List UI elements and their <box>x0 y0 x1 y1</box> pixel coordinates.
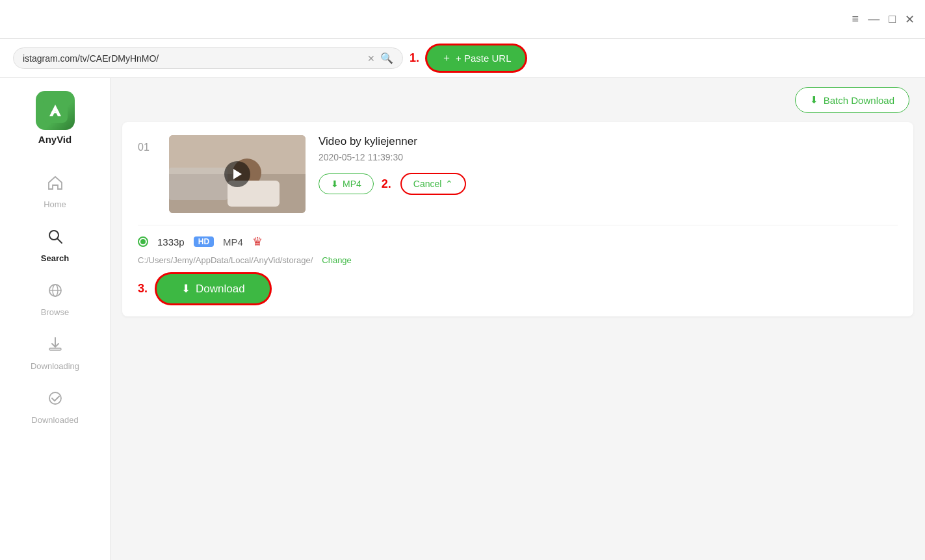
batch-bar: ⬇ Batch Download <box>111 78 925 122</box>
url-input-wrap[interactable]: ✕ 🔍 <box>13 47 403 69</box>
batch-download-label: Batch Download <box>824 95 894 106</box>
batch-download-button[interactable]: ⬇ Batch Download <box>795 87 909 113</box>
menu-icon[interactable]: ≡ <box>852 12 859 26</box>
video-thumbnail[interactable] <box>169 135 306 213</box>
window-controls[interactable]: ≡ — □ ✕ <box>852 12 915 27</box>
svg-line-2 <box>57 238 62 243</box>
change-path-link[interactable]: Change <box>322 255 352 265</box>
svg-rect-10 <box>169 168 228 200</box>
cancel-label: Cancel <box>413 179 442 189</box>
url-search-icon: 🔍 <box>380 52 393 64</box>
sidebar-item-downloading-label: Downloading <box>31 361 79 371</box>
step2-label: 2. <box>382 177 391 191</box>
svg-point-7 <box>49 392 61 404</box>
paste-url-icon: ＋ <box>441 51 452 65</box>
logo-area: AnyVid <box>36 91 75 145</box>
crown-icon: ♛ <box>252 235 263 249</box>
content-area: ⬇ Batch Download 01 <box>111 78 925 560</box>
main-layout: AnyVid Home Search <box>0 78 925 560</box>
home-icon <box>46 173 64 196</box>
download-btn-wrap: 3. ⬇ Download <box>138 274 898 303</box>
sidebar-item-home-label: Home <box>44 199 66 209</box>
batch-download-icon: ⬇ <box>810 94 818 106</box>
search-icon <box>46 227 64 250</box>
app-logo <box>36 91 75 130</box>
sidebar-item-home[interactable]: Home <box>0 164 110 218</box>
video-number: 01 <box>138 142 156 153</box>
paste-url-label: + Paste URL <box>456 53 511 64</box>
format-label: MP4 <box>223 236 243 248</box>
video-title: Video by kyliejenner <box>319 135 898 148</box>
download-icon: ⬇ <box>181 282 190 296</box>
mp4-icon: ⬇ <box>331 179 339 189</box>
quality-row: 1333p HD MP4 ♛ <box>138 225 898 249</box>
cancel-chevron-icon: ⌃ <box>445 179 453 189</box>
video-info: Video by kyliejenner 2020-05-12 11:39:30… <box>319 135 898 195</box>
maximize-icon[interactable]: □ <box>889 12 896 26</box>
quality-label: 1333p <box>157 236 185 248</box>
sidebar-item-browse[interactable]: Browse <box>0 272 110 326</box>
play-button[interactable] <box>224 161 250 187</box>
sidebar-item-browse-label: Browse <box>41 307 69 317</box>
sidebar-item-downloading[interactable]: Downloading <box>0 326 110 380</box>
svg-rect-6 <box>49 348 61 350</box>
downloading-icon <box>46 335 64 358</box>
title-bar: ≡ — □ ✕ <box>0 0 925 39</box>
sidebar-item-downloaded-label: Downloaded <box>31 415 78 425</box>
sidebar-item-downloaded[interactable]: Downloaded <box>0 380 110 434</box>
quality-radio[interactable] <box>138 236 148 247</box>
sidebar-item-search-label: Search <box>41 253 69 263</box>
mp4-label: MP4 <box>343 179 361 189</box>
video-date: 2020-05-12 11:39:30 <box>319 152 898 162</box>
storage-path: C:/Users/Jemy/AppData/Local/AnyVid/stora… <box>138 255 313 265</box>
sidebar-item-search[interactable]: Search <box>0 218 110 272</box>
logo-svg <box>43 98 68 123</box>
path-row: C:/Users/Jemy/AppData/Local/AnyVid/stora… <box>138 255 898 265</box>
download-label: Download <box>196 283 245 296</box>
video-card-top: 01 <box>138 135 898 213</box>
close-icon[interactable]: ✕ <box>905 12 915 27</box>
video-actions: ⬇ MP4 2. Cancel ⌃ <box>319 173 898 195</box>
minimize-icon[interactable]: — <box>868 12 879 26</box>
step1-label: 1. <box>410 51 419 65</box>
paste-url-button[interactable]: ＋ + Paste URL <box>427 45 525 71</box>
url-input[interactable] <box>23 53 362 64</box>
url-bar-area: ✕ 🔍 1. ＋ + Paste URL <box>0 39 925 78</box>
sidebar: AnyVid Home Search <box>0 78 111 560</box>
browse-icon <box>46 281 64 304</box>
hd-badge: HD <box>194 236 214 247</box>
app-name: AnyVid <box>38 134 72 145</box>
url-clear-button[interactable]: ✕ <box>367 53 375 64</box>
svg-marker-13 <box>233 169 242 179</box>
downloaded-icon <box>46 389 64 412</box>
cancel-button[interactable]: Cancel ⌃ <box>400 173 467 195</box>
radio-inner <box>140 239 146 244</box>
mp4-button[interactable]: ⬇ MP4 <box>319 173 374 194</box>
download-button[interactable]: ⬇ Download <box>157 274 270 303</box>
step3-label: 3. <box>138 282 148 296</box>
video-card: 01 <box>122 122 913 316</box>
